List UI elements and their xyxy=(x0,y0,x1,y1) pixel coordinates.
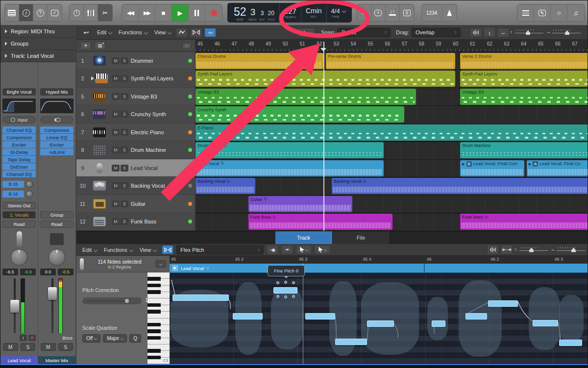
menu-view[interactable]: View xyxy=(137,245,159,255)
lcd-tempo[interactable]: 127TEMPO xyxy=(280,3,301,23)
automation-button[interactable] xyxy=(176,28,188,37)
automation-mode-button[interactable]: Read xyxy=(40,221,74,228)
plugin-slot[interactable]: Channel EQ xyxy=(2,171,36,177)
horizontal-fit-button[interactable]: ⇤⇥ xyxy=(501,245,513,254)
lcd-key[interactable]: CminKEY xyxy=(301,3,327,23)
black-key[interactable] xyxy=(147,284,161,288)
track-row-vintage-b3[interactable]: 5MSVintage B3 xyxy=(76,88,195,105)
flex-pitch-note[interactable] xyxy=(488,300,518,307)
mute-button[interactable]: M xyxy=(112,218,120,225)
track-row-guitar[interactable]: 11MSGuitar xyxy=(76,195,195,213)
region-backing-vocal[interactable]: Backing Vocal↻ xyxy=(332,178,588,194)
stop-button[interactable]: ■ xyxy=(155,4,172,21)
region-verse-2-drums[interactable]: Verse 2 Drums xyxy=(460,53,588,69)
cycle-button[interactable]: ↻ xyxy=(357,4,371,21)
flex-pitch-note[interactable] xyxy=(335,339,367,345)
duplicate-track-button[interactable]: ▤+ xyxy=(95,42,105,49)
lcd-display[interactable]: 52BAR 3BEAT 3DIV 20TICK 127TEMPO CminKEY… xyxy=(227,3,352,23)
region-vintage-b3[interactable]: Vintage B3 xyxy=(460,89,588,105)
quick-help-button[interactable]: ? xyxy=(33,4,48,21)
send-button[interactable]: B 15 xyxy=(2,181,24,188)
fader-handle[interactable] xyxy=(48,287,57,300)
plugin-slot[interactable]: DeEsser xyxy=(2,163,36,170)
note-edit-handle[interactable] xyxy=(292,295,295,298)
menu-functions[interactable]: Functions xyxy=(101,245,135,255)
note-pads-button[interactable]: ✎ xyxy=(534,4,551,21)
tuner-button[interactable] xyxy=(70,4,84,21)
input-monitor-button[interactable]: I xyxy=(20,335,27,341)
plugin-slot[interactable]: Channel EQ xyxy=(2,126,36,133)
solo-button[interactable]: S xyxy=(121,93,128,100)
strip-setting-button[interactable]: Hyped Mix xyxy=(40,88,74,96)
black-key[interactable] xyxy=(147,290,161,294)
rewind-button[interactable]: ◀◀ xyxy=(122,4,139,21)
solo-button[interactable]: S xyxy=(121,129,128,136)
track-row-drum-machine[interactable]: 8MSDrum Machine xyxy=(76,142,195,159)
send-knob[interactable] xyxy=(26,191,33,197)
strip-setting-button[interactable]: Bright Vocal xyxy=(2,88,36,96)
input-button[interactable]: Input xyxy=(2,116,36,123)
track-row-backing-vocal[interactable]: 10MSBacking Vocal xyxy=(76,177,195,195)
region-drum-machine[interactable]: Drum Machine xyxy=(460,142,588,158)
track-row-electric-piano[interactable]: 7MSElectric Piano xyxy=(76,123,195,141)
track-row-lead-vocal[interactable]: 9MSLead Vocal xyxy=(76,159,195,177)
mute-button[interactable]: M xyxy=(112,129,120,136)
fader-handle[interactable] xyxy=(10,300,19,313)
menu-edit[interactable]: Edit xyxy=(80,245,99,255)
mute-button[interactable]: M xyxy=(112,75,120,82)
playhead[interactable] xyxy=(323,42,324,231)
black-key[interactable] xyxy=(147,349,161,353)
solo-mode-button[interactable]: S xyxy=(400,4,414,21)
pitch-correction-slider[interactable]: 100 xyxy=(82,297,142,304)
region-crunchy-synth[interactable]: Crunchy Synth xyxy=(196,106,404,123)
track-row-synth-pad-layers[interactable]: 2MSSynth Pad Layers xyxy=(76,70,195,88)
plugin-slot[interactable]: AdLimit xyxy=(40,148,74,155)
vertical-zoom-slider[interactable]: ↕ xyxy=(515,29,543,36)
send-knob[interactable] xyxy=(26,181,33,188)
track-inspector-header[interactable]: Track: Lead Vocal xyxy=(0,50,76,62)
editor-options-button[interactable] xyxy=(155,260,166,268)
snap-select[interactable]: Smart↕ xyxy=(338,28,391,37)
mute-button[interactable]: M xyxy=(112,147,120,153)
note-edit-handle[interactable] xyxy=(284,281,287,284)
flex-pitch-note[interactable] xyxy=(305,313,335,319)
flex-pitch-note[interactable] xyxy=(273,287,297,294)
slider-knob[interactable] xyxy=(125,299,129,303)
solo-button[interactable]: S xyxy=(121,182,128,189)
mixer-button[interactable] xyxy=(84,4,98,21)
black-key[interactable] xyxy=(147,277,161,281)
black-key[interactable] xyxy=(147,329,161,333)
flex-button[interactable] xyxy=(190,28,202,37)
metronome-button[interactable] xyxy=(442,4,457,21)
black-key[interactable] xyxy=(147,303,161,307)
lcd-time-signature[interactable]: 4/4TIME xyxy=(327,3,350,23)
media-browser-button[interactable]: ♫ xyxy=(567,4,584,21)
editor-playhead[interactable] xyxy=(303,264,303,364)
count-in-button[interactable]: 1234 xyxy=(422,4,442,21)
secondary-tool-select[interactable] xyxy=(315,245,330,254)
track-header-options-button[interactable] xyxy=(182,43,191,49)
loop-browser-button[interactable]: ○ xyxy=(551,4,567,21)
solo-button[interactable]: S xyxy=(121,200,128,207)
list-editors-button[interactable] xyxy=(517,4,534,21)
region-synth-pad-layers[interactable]: Synth Pad Layers xyxy=(196,71,455,87)
eq-thumbnail[interactable] xyxy=(2,98,36,113)
solo-button[interactable]: S xyxy=(121,57,128,64)
waveform-zoom-button[interactable] xyxy=(487,245,499,254)
region-synth-pad-layers[interactable]: Synth Pad Layers xyxy=(460,71,588,87)
send-button[interactable]: B 16 xyxy=(2,191,24,197)
note-edit-handle[interactable] xyxy=(276,281,279,284)
plugin-slot[interactable]: Linear EQ xyxy=(40,134,74,141)
mute-button[interactable]: M xyxy=(112,200,120,207)
library-button[interactable] xyxy=(5,4,19,21)
pointer-tool-select[interactable] xyxy=(296,245,312,254)
pan-knob[interactable] xyxy=(49,249,65,266)
group-button[interactable]: Group xyxy=(40,211,74,219)
inspector-button[interactable]: i xyxy=(19,4,33,21)
solo-button[interactable]: S xyxy=(121,165,128,172)
volume-value[interactable]: -6.5 xyxy=(2,269,18,275)
region-lead-vocal-final-com[interactable]: ▶BLead Vocal: Final Com xyxy=(460,160,524,176)
region-funk-bass[interactable]: Funk Bass↻ xyxy=(248,214,392,230)
drag-select[interactable]: Overlap↕ xyxy=(412,28,461,37)
black-key[interactable] xyxy=(147,323,161,327)
